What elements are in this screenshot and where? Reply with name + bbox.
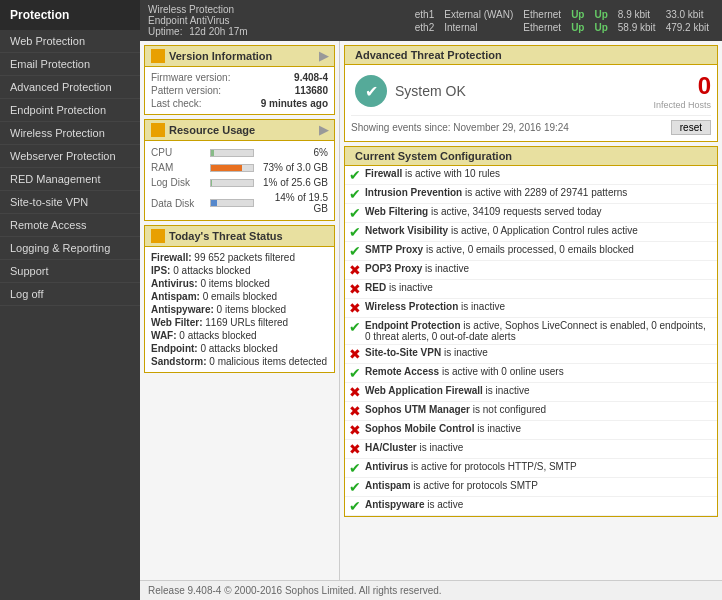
version-info-header: Version Information ▶ [145,46,334,67]
eth2-status2: Up [589,21,612,34]
atp-showing-text: Showing events since: November 29, 2016 … [351,122,569,133]
config-item-text: Sophos Mobile Control is inactive [365,423,713,434]
config-item-text: Antispyware is active [365,499,713,510]
config-item-text: Site-to-Site VPN is inactive [365,347,713,358]
atp-header: Advanced Threat Protection [345,46,717,65]
sidebar-item-site-to-site-vpn[interactable]: Site-to-site VPN [0,191,140,214]
config-item-text: Endpoint Protection is active, Sophos Li… [365,320,713,342]
ram-row: RAM 73% of 3.0 GB [151,160,328,175]
config-item: ✖Site-to-Site VPN is inactive [345,345,717,364]
version-info-icon [151,49,165,63]
eth1-status1: Up [566,8,589,21]
atp-infected-label: Infected Hosts [653,100,711,110]
atp-infected-count-section: 0 Infected Hosts [653,72,711,110]
config-item: ✖Sophos UTM Manager is not configured [345,402,717,421]
uptime-info: Uptime: 12d 20h 17m [148,26,248,37]
eth2-iface: eth2 [410,21,439,34]
atp-title: Advanced Threat Protection [355,49,502,61]
config-status-icon: ✔ [349,480,361,494]
sidebar-item-endpoint-protection[interactable]: Endpoint Protection [0,99,140,122]
firmware-value: 9.408-4 [294,72,328,83]
sidebar-item-remote-access[interactable]: Remote Access [0,214,140,237]
sidebar-item-email-protection[interactable]: Email Protection [0,53,140,76]
atp-panel: Advanced Threat Protection ✔ System OK 0… [344,45,718,142]
threat-item: Antispam: 0 emails blocked [151,290,328,303]
config-item-text: Network Visibility is active, 0 Applicat… [365,225,713,236]
eth1-iface: eth1 [410,8,439,21]
network-row-eth1: eth1 External (WAN) Ethernet Up Up 8.9 k… [410,8,714,21]
sidebar-item-web-protection[interactable]: Web Protection [0,30,140,53]
config-item: ✔Firewall is active with 10 rules [345,166,717,185]
atp-status: ✔ System OK [351,71,470,111]
config-item: ✔Antispam is active for protocols SMTP [345,478,717,497]
pattern-row: Pattern version: 113680 [151,84,328,97]
logdisk-pct: 1% of 25.6 GB [258,177,328,188]
config-item-text: Sophos UTM Manager is not configured [365,404,713,415]
sidebar-item-webserver-protection[interactable]: Webserver Protection [0,145,140,168]
logdisk-label: Log Disk [151,177,206,188]
resource-expand-icon[interactable]: ▶ [319,123,328,137]
threat-item: Firewall: 99 652 packets filtered [151,251,328,264]
config-status-icon: ✔ [349,366,361,380]
ram-bar-fill [211,165,242,171]
config-item: ✔Intrusion Prevention is active with 228… [345,185,717,204]
sidebar-item-logging-reporting[interactable]: Logging & Reporting [0,237,140,260]
version-expand-icon[interactable]: ▶ [319,49,328,63]
left-panels: Version Information ▶ Firmware version: … [140,41,340,580]
config-status-icon: ✔ [349,320,361,334]
eth1-status2: Up [589,8,612,21]
threat-status-content: Firewall: 99 652 packets filteredIPS: 0 … [145,247,334,372]
sidebar-item-advanced-protection[interactable]: Advanced Protection [0,76,140,99]
datadisk-row: Data Disk 14% of 19.5 GB [151,190,328,216]
firmware-label: Firmware version: [151,72,230,83]
datadisk-bar-bg [210,199,254,207]
config-item: ✔Remote Access is active with 0 online u… [345,364,717,383]
config-status-icon: ✔ [349,187,361,201]
threat-item: Web Filter: 1169 URLs filtered [151,316,328,329]
pattern-label: Pattern version: [151,85,221,96]
top-bar: Wireless Protection Endpoint AntiVirus U… [140,0,722,41]
eth1-speed2: 33.0 kbit [661,8,714,21]
config-status-icon: ✖ [349,282,361,296]
uptime-label: Uptime: [148,26,182,37]
resource-usage-icon [151,123,165,137]
version-info-title: Version Information [169,50,272,62]
threat-status-header: Today's Threat Status [145,226,334,247]
logdisk-bar-bg [210,179,254,187]
firmware-row: Firmware version: 9.408-4 [151,71,328,84]
config-item-text: Antivirus is active for protocols HTTP/S… [365,461,713,472]
eth2-speed1: 58.9 kbit [613,21,661,34]
sidebar-item-logoff[interactable]: Log off [0,283,140,306]
version-info-panel: Version Information ▶ Firmware version: … [144,45,335,115]
lastcheck-label: Last check: [151,98,202,109]
threat-status-icon [151,229,165,243]
eth2-status1: Up [566,21,589,34]
atp-reset-button[interactable]: reset [671,120,711,135]
threat-item: Sandstorm: 0 malicious items detected [151,355,328,368]
sidebar-item-support[interactable]: Support [0,260,140,283]
config-item: ✔Web Filtering is active, 34109 requests… [345,204,717,223]
version-info-content: Firmware version: 9.408-4 Pattern versio… [145,67,334,114]
logdisk-row: Log Disk 1% of 25.6 GB [151,175,328,190]
footer: Release 9.408-4 © 2000-2016 Sophos Limit… [140,580,722,600]
config-item-text: Firewall is active with 10 rules [365,168,713,179]
config-item-text: HA/Cluster is inactive [365,442,713,453]
network-row-eth2: eth2 Internal Ethernet Up Up 58.9 kbit 4… [410,21,714,34]
config-item-text: Intrusion Prevention is active with 2289… [365,187,713,198]
threat-item: Antispyware: 0 items blocked [151,303,328,316]
config-status-icon: ✖ [349,301,361,315]
sidebar-item-wireless-protection[interactable]: Wireless Protection [0,122,140,145]
uptime-value: 12d 20h 17m [189,26,247,37]
eth2-type: Ethernet [518,21,566,34]
config-item-text: Antispam is active for protocols SMTP [365,480,713,491]
config-item-text: Web Application Firewall is inactive [365,385,713,396]
lastcheck-value: 9 minutes ago [261,98,328,109]
content-area: Wireless Protection Endpoint AntiVirus U… [140,0,722,600]
config-item: ✖Wireless Protection is inactive [345,299,717,318]
config-status-icon: ✔ [349,168,361,182]
sidebar-item-red-management[interactable]: RED Management [0,168,140,191]
cpu-bar-fill [211,150,214,156]
config-status-icon: ✔ [349,499,361,513]
atp-content: ✔ System OK 0 Infected Hosts Showing eve… [345,65,717,141]
config-title: Current System Configuration [355,150,512,162]
